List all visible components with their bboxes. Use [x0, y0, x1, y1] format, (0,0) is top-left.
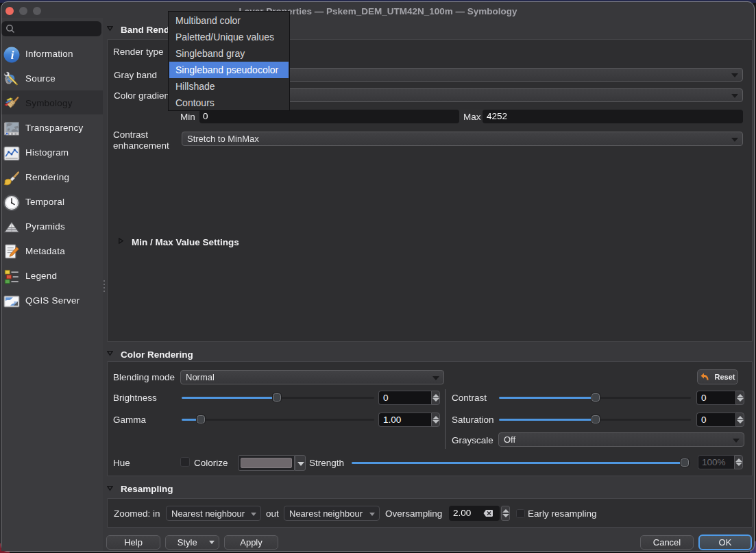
svg-text:i: i — [11, 49, 14, 62]
